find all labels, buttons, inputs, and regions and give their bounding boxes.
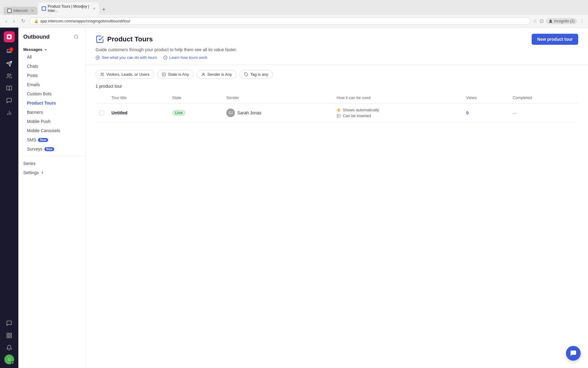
menu-icon[interactable]: ⋮ [579,18,584,24]
surveys-new-badge: New [44,147,55,151]
svg-rect-10 [7,333,9,335]
sidebar-series-link[interactable]: Series [18,159,85,168]
filter-sender[interactable]: Sender is Any [197,70,236,79]
table-body: Untitled Live SJ Sarah Jonas [96,103,578,123]
rail-icon-analytics[interactable] [4,107,15,118]
sidebar-item-chats[interactable]: Chats [18,62,85,71]
forward-button[interactable]: › [11,18,17,25]
svg-point-4 [8,36,10,38]
sidebar-item-banners[interactable]: Banners [18,108,85,117]
svg-rect-12 [7,336,9,338]
insert-icon [337,114,341,118]
sidebar-header: Outbound [18,33,85,46]
rail-bottom: U [4,318,15,364]
svg-point-19 [203,73,204,75]
usage-cell: Shows automatically Can be inserted [337,108,459,118]
learn-how-label: Learn how tours work [169,55,207,60]
reload-button[interactable]: ↻ [19,17,27,25]
app-logo[interactable] [4,31,15,42]
usage-auto-label: Shows automatically [343,108,379,112]
chat-button[interactable] [566,346,581,361]
rail-icon-reports[interactable] [4,83,15,94]
rail-icon-apps[interactable] [4,330,15,341]
sidebar-divider [18,156,85,156]
learn-how-link[interactable]: Learn how tours work [163,55,207,60]
page-title-row: Product Tours [96,35,153,44]
rail-icon-contacts[interactable] [4,71,15,82]
svg-point-17 [101,73,103,74]
sender-initials: SJ [228,111,233,115]
sidebar-item-emails[interactable]: Emails [18,80,85,89]
rail-icon-notifications[interactable] [4,342,15,353]
filter-tag-label: Tag is any [250,72,268,77]
sidebar-settings-link[interactable]: Settings [18,168,85,177]
sidebar-item-sms[interactable]: SMS New [18,135,85,144]
sidebar: Outbound Messages All Chats Posts Emails… [18,28,86,368]
sidebar-search-button[interactable] [72,33,81,41]
url-bar[interactable]: 🔒 app.intercom.com/a/apps/nnsgmgob/outbo… [29,17,531,25]
incognito-label: Incognito (2) [554,19,575,23]
state-badge: Live [172,110,186,116]
sidebar-item-product-tours[interactable]: Product Tours [18,98,85,108]
product-tours-icon [96,35,104,44]
sidebar-item-mobile-push[interactable]: Mobile Push [18,117,85,126]
usage-auto: Shows automatically [337,108,459,112]
rail-icon-chat[interactable] [4,318,15,329]
extensions-icon[interactable]: ⊡ [540,18,544,24]
sidebar-item-mobile-carousels[interactable]: Mobile Carousels [18,126,85,135]
row-checkbox[interactable] [99,110,104,115]
filter-state-label: State is Any [168,72,189,77]
avatar-initials: U [8,358,10,361]
row-sender-cell: SJ Sarah Jonas [223,103,333,123]
page-links: See what you can do with tours Learn how… [96,55,578,60]
new-product-tour-button[interactable]: New product tour [532,34,578,45]
row-tour-title: Untitled [111,110,127,115]
rail-icon-outbound[interactable] [4,58,15,69]
tab-label-product-tours: Product Tours | Moodjoy | Inter... [48,4,90,13]
user-avatar[interactable]: U [4,355,14,364]
usage-insert: Can be inserted [337,113,459,118]
th-state: State [168,92,223,103]
tab-label-intercom: Intercom [13,9,28,13]
sms-new-badge: New [38,138,48,142]
sidebar-item-custom-bots[interactable]: Custom Bots [18,89,85,98]
rail-icon-inbox[interactable]: 1 [4,46,15,57]
th-checkbox [96,92,108,103]
tab-close-intercom[interactable]: ✕ [31,9,34,13]
sidebar-item-posts[interactable]: Posts [18,71,85,80]
table-count: 1 product tour [96,84,578,89]
table-row[interactable]: Untitled Live SJ Sarah Jonas [96,103,578,123]
messages-section[interactable]: Messages [18,46,85,52]
see-what-link[interactable]: See what you can do with tours [96,55,157,60]
browser-chrome: Intercom ✕ Product Tours | Moodjoy | Int… [0,0,588,15]
filter-audience[interactable]: Visitors, Leads, or Users [96,70,154,79]
icon-rail: 1 U [0,28,18,368]
sidebar-item-all[interactable]: All [18,52,85,62]
svg-point-6 [7,74,9,76]
tab-close-product-tours[interactable]: ✕ [93,7,96,11]
sender-avatar: SJ [226,109,235,117]
back-button[interactable]: ‹ [4,18,9,25]
rail-icon-messages[interactable] [4,95,15,106]
product-tours-table: Tour title State Sender How it can be us… [96,92,578,123]
row-checkbox-cell [96,103,108,123]
filter-sender-label: Sender is Any [207,72,232,77]
app-container: 1 U [0,28,588,368]
filter-state[interactable]: State is Any [157,70,194,79]
main-header-top: Product Tours New product tour [96,34,578,45]
tab-product-tours[interactable]: Product Tours | Moodjoy | Inter... ✕ [38,2,99,15]
th-completed: Completed [509,92,578,103]
tab-intercom[interactable]: Intercom ✕ [4,7,37,15]
sidebar-item-surveys[interactable]: Surveys New [18,144,85,154]
new-tab-button[interactable]: + [100,5,108,15]
row-state-cell: Live [168,103,223,123]
lightning-icon [337,108,341,112]
tab-icon-product-tours [42,6,46,11]
svg-rect-22 [337,114,341,117]
filter-audience-label: Visitors, Leads, or Users [106,72,149,77]
messages-label: Messages [23,47,42,52]
filter-tag[interactable]: Tag is any [239,70,273,79]
online-indicator [11,361,14,364]
bookmark-icon[interactable]: ☆ [533,18,537,24]
usage-insert-label: Can be inserted [343,113,371,118]
